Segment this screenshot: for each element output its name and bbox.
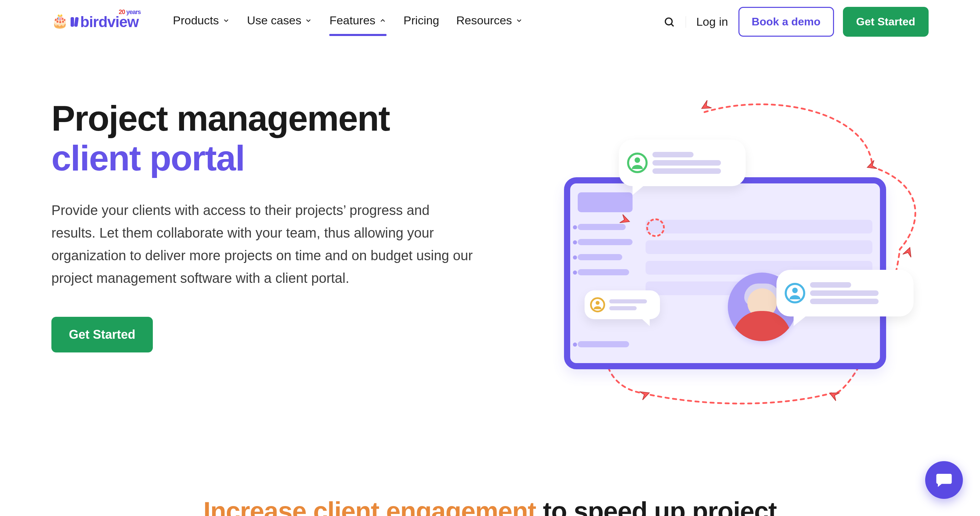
anniversary-badge: 20 years	[119, 9, 140, 16]
chevron-down-icon	[305, 17, 312, 24]
illustration-canvas	[540, 99, 924, 407]
hero-title: Project management client portal	[51, 99, 508, 178]
placeholder-row	[646, 240, 872, 254]
chevron-down-icon	[515, 17, 523, 24]
hero-copy: Project management client portal Provide…	[51, 99, 508, 407]
header-actions: Log in Book a demo Get Started	[662, 7, 929, 37]
speech-bubble-icon	[585, 290, 660, 319]
placeholder-line	[578, 269, 629, 276]
bullet-icon	[573, 342, 577, 347]
person-icon	[785, 283, 805, 303]
speech-bubble-icon	[776, 270, 913, 317]
arrowhead-icon	[901, 244, 916, 259]
chevron-down-icon	[223, 17, 230, 24]
bullet-icon	[573, 271, 577, 275]
hero-title-line2: client portal	[51, 138, 508, 178]
chat-launcher-button[interactable]	[925, 461, 963, 499]
hero-get-started-button[interactable]: Get Started	[51, 317, 153, 352]
get-started-button[interactable]: Get Started	[843, 7, 929, 37]
nav-item-use-cases[interactable]: Use cases	[247, 8, 312, 36]
login-link[interactable]: Log in	[695, 13, 730, 30]
svg-point-2	[635, 158, 640, 163]
svg-point-3	[595, 301, 599, 305]
hero-title-line1: Project management	[51, 99, 390, 138]
section-title-rest: to speed up project	[536, 497, 776, 516]
brand-wordmark: birdview 20 years	[71, 13, 139, 30]
section-title: Increase client engagement to speed up p…	[51, 496, 929, 516]
section-title-highlight: Increase client engagement	[204, 497, 536, 516]
placeholder-block	[578, 192, 633, 212]
cake-icon: 🎂	[51, 14, 68, 27]
separator	[686, 16, 686, 28]
top-navigation: 🎂 birdview 20 years Products Use cases F…	[0, 0, 980, 37]
svg-line-1	[671, 24, 674, 26]
arrowhead-icon	[826, 387, 841, 403]
bullet-icon	[573, 240, 577, 244]
brand-name: birdview	[80, 13, 139, 30]
person-icon	[627, 153, 648, 173]
search-button[interactable]	[662, 14, 677, 29]
placeholder-line	[578, 239, 633, 245]
nav-label: Use cases	[247, 14, 302, 27]
svg-point-0	[665, 18, 672, 25]
arrowhead-icon	[864, 158, 879, 174]
chevron-up-icon	[379, 17, 387, 24]
speech-bubble-icon	[619, 140, 746, 186]
chat-bubble-icon	[935, 471, 953, 489]
primary-nav: Products Use cases Features Pricing Reso…	[173, 8, 523, 36]
hero-illustration	[535, 99, 929, 407]
placeholder-line	[578, 254, 622, 260]
bullet-icon	[573, 255, 577, 260]
placeholder-line	[578, 341, 629, 347]
brand-mark-icon	[71, 17, 78, 27]
placeholder-line	[578, 224, 626, 230]
dashed-circle-icon	[646, 218, 665, 237]
arrowhead-icon	[638, 387, 653, 402]
arrowhead-icon	[697, 99, 713, 114]
hero-cta-wrap: Get Started	[51, 317, 508, 352]
nav-item-resources[interactable]: Resources	[457, 8, 523, 36]
brand-logo[interactable]: 🎂 birdview 20 years	[51, 13, 139, 30]
hero-subtitle: Provide your clients with access to thei…	[51, 199, 476, 289]
bullet-icon	[573, 225, 577, 229]
search-icon	[663, 16, 675, 28]
hero-section: Project management client portal Provide…	[0, 99, 980, 407]
nav-item-products[interactable]: Products	[173, 8, 230, 36]
nav-item-pricing[interactable]: Pricing	[404, 8, 439, 36]
person-icon	[590, 297, 605, 312]
nav-label: Products	[173, 14, 219, 27]
nav-label: Resources	[457, 14, 512, 27]
nav-label: Features	[329, 14, 375, 27]
nav-label: Pricing	[404, 14, 439, 27]
section-heading: Increase client engagement to speed up p…	[0, 496, 980, 516]
book-demo-button[interactable]: Book a demo	[738, 7, 834, 37]
svg-point-4	[792, 288, 798, 293]
nav-item-features[interactable]: Features	[329, 8, 386, 36]
placeholder-row	[646, 220, 872, 234]
